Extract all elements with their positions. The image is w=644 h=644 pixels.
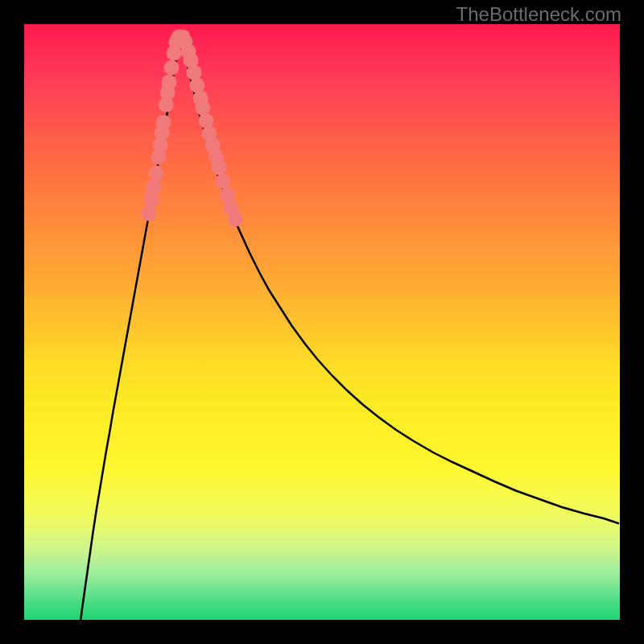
marker-point bbox=[142, 206, 157, 221]
marker-point bbox=[156, 115, 171, 130]
marker-point bbox=[187, 65, 202, 80]
bottleneck-chart bbox=[24, 24, 620, 620]
marker-point bbox=[196, 101, 211, 116]
marker-point bbox=[216, 174, 231, 189]
plot-background bbox=[24, 24, 620, 620]
curve-right-branch bbox=[180, 37, 618, 523]
marker-point bbox=[162, 75, 177, 90]
marker-point bbox=[190, 78, 205, 93]
marker-point bbox=[147, 180, 162, 195]
marker-point bbox=[149, 166, 164, 181]
marker-point bbox=[164, 60, 180, 76]
marker-dots bbox=[142, 30, 243, 227]
marker-point bbox=[212, 160, 227, 175]
watermark-text: TheBottleneck.com bbox=[456, 3, 621, 26]
marker-point bbox=[144, 192, 159, 208]
marker-point bbox=[199, 114, 214, 129]
marker-point bbox=[228, 212, 243, 227]
